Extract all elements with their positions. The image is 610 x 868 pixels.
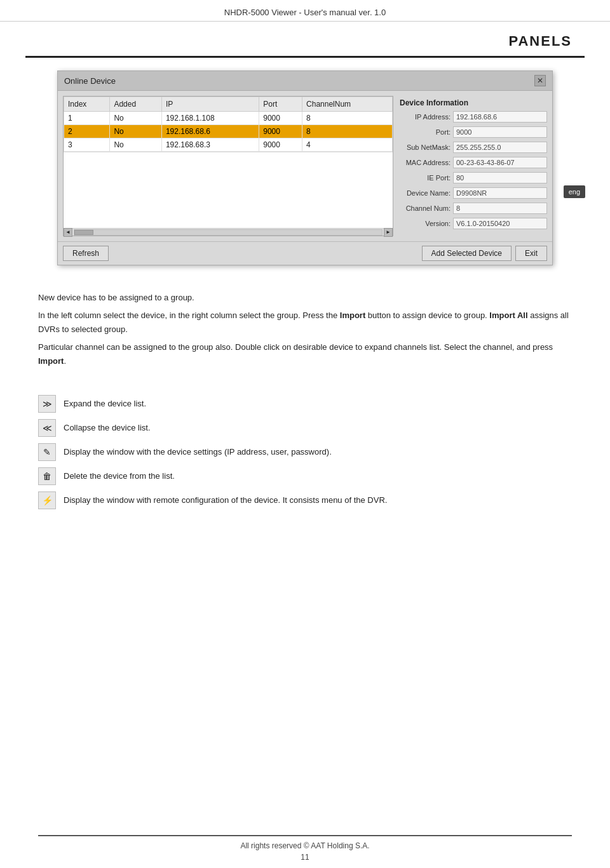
- online-device-dialog: Online Device ✕ Index Added IP Port Chan…: [57, 70, 553, 265]
- cell-added: No: [110, 125, 162, 138]
- cell-channelnum: 8: [302, 112, 393, 125]
- table-header-row: Index Added IP Port ChannelNum: [64, 97, 393, 112]
- info-label: MAC Address:: [398, 159, 451, 166]
- icon-description: Expand the device list.: [64, 395, 146, 410]
- info-row: Sub NetMask:255.255.255.0: [398, 142, 547, 153]
- cell-index: 1: [64, 112, 110, 125]
- cell-port: 9000: [259, 138, 302, 152]
- cell-port: 9000: [259, 125, 302, 138]
- icon-description: Delete the device from the list.: [64, 467, 175, 483]
- refresh-button[interactable]: Refresh: [63, 246, 109, 261]
- info-row: Version:V6.1.0-20150420: [398, 218, 547, 229]
- info-row: Device Name:D9908NR: [398, 187, 547, 199]
- col-port: Port: [259, 97, 302, 112]
- import-bold2: Import: [38, 356, 64, 366]
- footer-left: Refresh: [63, 246, 418, 261]
- horizontal-scrollbar[interactable]: ◄ ►: [64, 228, 393, 236]
- cell-added: No: [110, 112, 162, 125]
- cell-channelnum: 4: [302, 138, 393, 152]
- info-value: 192.168.68.6: [453, 111, 547, 123]
- dialog-footer: Refresh Add Selected Device Exit: [58, 241, 552, 265]
- icon-box: ≫: [38, 395, 56, 413]
- cell-index: 3: [64, 138, 110, 152]
- info-label: Sub NetMask:: [398, 144, 451, 151]
- dialog-titlebar: Online Device ✕: [58, 71, 552, 91]
- scrollbar-thumb[interactable]: [74, 230, 93, 235]
- info-row: MAC Address:00-23-63-43-86-07: [398, 157, 547, 168]
- table-row[interactable]: 3No192.168.68.390004: [64, 138, 393, 152]
- cell-index: 2: [64, 125, 110, 138]
- icon-box: ≪: [38, 419, 56, 437]
- info-label: IE Port:: [398, 174, 451, 182]
- footer-right: Add Selected Device Exit: [422, 246, 547, 261]
- icon-list-item: ✎Display the window with the device sett…: [38, 443, 572, 461]
- import-all-bold: Import All: [489, 310, 527, 320]
- content-para2: In the left column select the device, in…: [38, 309, 572, 337]
- content-para1: New device has to be assigned to a group…: [38, 291, 572, 305]
- col-ip: IP: [161, 97, 259, 112]
- panels-divider: [25, 56, 585, 58]
- footer-copyright: All rights reserved © AAT Holding S.A.: [0, 841, 610, 850]
- info-row: IP Address:192.168.68.6: [398, 111, 547, 123]
- info-label: Version:: [398, 220, 451, 227]
- info-value: V6.1.0-20150420: [453, 218, 547, 229]
- cell-ip: 192.168.1.108: [161, 112, 259, 125]
- icon-description: Collapse the device list.: [64, 419, 151, 434]
- cell-ip: 192.168.68.6: [161, 125, 259, 138]
- info-value: 00-23-63-43-86-07: [453, 157, 547, 168]
- content-para4: Particular channel can be assigned to th…: [38, 340, 572, 368]
- header-title: NHDR-5000 Viewer - User's manual ver. 1.…: [224, 8, 386, 17]
- page-footer: All rights reserved © AAT Holding S.A. 1…: [0, 829, 610, 868]
- info-label: Port:: [398, 128, 451, 136]
- info-row: Port:9000: [398, 126, 547, 138]
- exit-button[interactable]: Exit: [515, 246, 547, 261]
- info-value: 255.255.255.0: [453, 142, 547, 153]
- device-info-header: Device Information: [398, 96, 547, 111]
- page-header: NHDR-5000 Viewer - User's manual ver. 1.…: [0, 0, 610, 22]
- main-content: New device has to be assigned to a group…: [0, 284, 610, 385]
- info-fields-container: IP Address:192.168.68.6Port:9000Sub NetM…: [398, 111, 547, 229]
- icon-box: ✎: [38, 443, 56, 461]
- eng-badge: eng: [564, 185, 585, 198]
- device-list-panel: Index Added IP Port ChannelNum 1No192.16…: [63, 96, 393, 236]
- icon-list-item: ≪Collapse the device list.: [38, 419, 572, 437]
- page-number: 11: [0, 853, 610, 862]
- icon-list: ≫Expand the device list.≪Collapse the de…: [38, 395, 572, 509]
- icon-list-item: ⚡Display the window with remote configur…: [38, 491, 572, 509]
- table-row[interactable]: 2No192.168.68.690008: [64, 125, 393, 138]
- cell-channelnum: 8: [302, 125, 393, 138]
- table-row[interactable]: 1No192.168.1.10890008: [64, 112, 393, 125]
- info-label: Channel Num:: [398, 204, 451, 212]
- icon-list-item: ≫Expand the device list.: [38, 395, 572, 413]
- device-table: Index Added IP Port ChannelNum 1No192.16…: [64, 97, 393, 152]
- col-index: Index: [64, 97, 110, 112]
- cell-ip: 192.168.68.3: [161, 138, 259, 152]
- info-value: 8: [453, 203, 547, 214]
- dialog-body: Index Added IP Port ChannelNum 1No192.16…: [58, 91, 552, 241]
- scroll-left-arrow[interactable]: ◄: [64, 228, 72, 237]
- cell-added: No: [110, 138, 162, 152]
- import-bold: Import: [340, 310, 365, 320]
- icon-description: Display the window with remote configura…: [64, 491, 387, 507]
- icon-box: 🗑: [38, 467, 56, 485]
- cell-port: 9000: [259, 112, 302, 125]
- info-row: IE Port:80: [398, 172, 547, 184]
- add-selected-device-button[interactable]: Add Selected Device: [422, 246, 512, 261]
- dialog-close-button[interactable]: ✕: [534, 75, 546, 86]
- footer-line-top: [38, 835, 572, 836]
- info-value: D9908NR: [453, 187, 547, 199]
- info-value: 80: [453, 172, 547, 184]
- dialog-title: Online Device: [64, 76, 116, 86]
- icon-box: ⚡: [38, 491, 56, 509]
- info-row: Channel Num:8: [398, 203, 547, 214]
- device-info-panel: Device Information IP Address:192.168.68…: [398, 96, 547, 236]
- scroll-right-arrow[interactable]: ►: [384, 228, 393, 237]
- info-label: IP Address:: [398, 113, 451, 121]
- info-label: Device Name:: [398, 189, 451, 197]
- icon-list-item: 🗑Delete the device from the list.: [38, 467, 572, 485]
- icon-description: Display the window with the device setti…: [64, 443, 332, 458]
- col-channelnum: ChannelNum: [302, 97, 393, 112]
- scrollbar-track[interactable]: [74, 229, 383, 236]
- dialog-wrapper: Online Device ✕ Index Added IP Port Chan…: [25, 70, 585, 265]
- info-value: 9000: [453, 126, 547, 138]
